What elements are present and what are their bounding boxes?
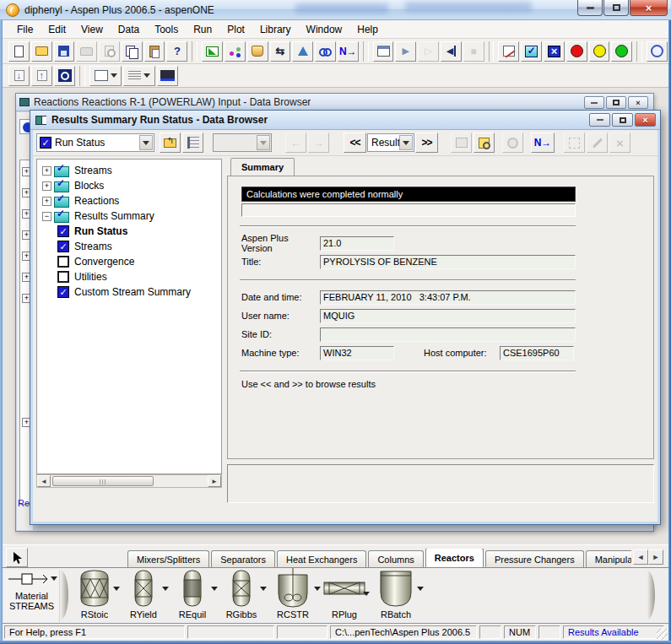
model-rstoic[interactable]: RStoic xyxy=(70,568,119,620)
tab-mixers-splitters[interactable]: Mixers/Splitters xyxy=(127,550,209,567)
open-button[interactable] xyxy=(31,41,52,62)
db-maximize-button[interactable] xyxy=(612,113,633,127)
zoom-button[interactable] xyxy=(54,66,75,86)
host-field[interactable]: CSE1695P60 xyxy=(500,346,574,360)
check-results-button[interactable] xyxy=(521,41,542,62)
stop-light-green-button[interactable] xyxy=(611,41,632,62)
gear-button[interactable] xyxy=(502,133,523,153)
control-panel-button[interactable] xyxy=(373,41,394,62)
paste-button[interactable] xyxy=(144,41,165,62)
expand-icon[interactable] xyxy=(42,181,51,191)
minimize-button[interactable] xyxy=(577,0,603,16)
next-input-button[interactable]: N xyxy=(338,41,359,62)
components-button[interactable] xyxy=(225,41,246,62)
results-combobox[interactable]: Results xyxy=(367,133,414,152)
tree-item-streams[interactable]: Streams xyxy=(37,163,221,178)
results-window-titlebar[interactable]: Results Summary Run Status - Data Browse… xyxy=(30,111,660,130)
tab-manipulators[interactable]: Manipulators xyxy=(586,550,631,567)
streams-button[interactable] xyxy=(270,41,291,62)
tabs-scroll-left-button[interactable]: ◄ xyxy=(633,549,648,565)
db-next-button[interactable]: N xyxy=(531,133,555,153)
forward-button[interactable]: → xyxy=(308,133,329,153)
scrollbar-thumb[interactable] xyxy=(52,476,154,486)
run-button[interactable] xyxy=(395,41,416,62)
comments-button[interactable] xyxy=(473,133,495,153)
stop-light-red-button[interactable] xyxy=(566,41,587,62)
model-rbatch[interactable]: RBatch xyxy=(369,568,423,620)
model-rcstr[interactable]: RCSTR xyxy=(266,568,320,620)
results-summary-window[interactable]: Results Summary Run Status - Data Browse… xyxy=(30,110,661,525)
username-field[interactable]: MQUIG xyxy=(320,309,576,323)
next-results-button[interactable]: >> xyxy=(415,133,438,153)
copy-button[interactable] xyxy=(122,41,143,62)
step-button[interactable] xyxy=(418,41,439,62)
bg-close-button[interactable]: × xyxy=(628,96,648,109)
combo-dropdown-button[interactable] xyxy=(399,135,413,150)
tab-pressure-changers[interactable]: Pressure Changers xyxy=(485,550,584,567)
algebraic-button[interactable] xyxy=(544,41,565,62)
print-button[interactable] xyxy=(76,41,97,62)
maximize-button[interactable] xyxy=(603,0,629,16)
menu-window[interactable]: Window xyxy=(299,21,350,38)
sheet-view-button[interactable] xyxy=(182,133,203,153)
tab-summary[interactable]: Summary xyxy=(230,158,295,176)
flowsheet-dropdown-button[interactable] xyxy=(89,66,122,86)
resize-grip[interactable] xyxy=(657,629,668,640)
menu-plot[interactable]: Plot xyxy=(219,21,252,38)
model-requil[interactable]: REquil xyxy=(168,568,217,620)
tree-item-utilities[interactable]: Utilities xyxy=(37,269,221,284)
reactions-button[interactable] xyxy=(292,41,313,62)
navigation-combobox[interactable]: Run Status xyxy=(36,133,154,152)
machine-field[interactable]: WIN32 xyxy=(320,346,394,360)
reconcile-button[interactable] xyxy=(498,41,519,62)
menu-data[interactable]: Data xyxy=(111,21,147,38)
grid-button[interactable] xyxy=(451,133,472,153)
menu-view[interactable]: View xyxy=(73,21,111,38)
tree-item-streams-results[interactable]: Streams xyxy=(37,239,221,254)
combo-dropdown-button[interactable] xyxy=(139,135,153,150)
setup-button[interactable] xyxy=(202,41,223,62)
reinitialize-button[interactable] xyxy=(441,41,462,62)
bg-maximize-button[interactable] xyxy=(606,96,626,109)
new-button[interactable] xyxy=(8,41,30,62)
tabs-scroll-right-button[interactable]: ► xyxy=(648,549,663,565)
bg-minimize-button[interactable] xyxy=(584,96,604,109)
new-object-button[interactable] xyxy=(564,133,585,153)
version-field[interactable]: 21.0 xyxy=(320,236,394,251)
background-window-titlebar[interactable]: Reactions Reactions R-1 (POWERLAW) Input… xyxy=(16,94,653,111)
tree-item-reactions[interactable]: Reactions xyxy=(37,193,221,208)
chevron-down-icon[interactable] xyxy=(417,587,424,591)
select-mode-button[interactable] xyxy=(6,548,28,567)
tab-separators[interactable]: Separators xyxy=(211,550,275,567)
whats-this-button[interactable] xyxy=(166,41,187,62)
import-button[interactable] xyxy=(31,66,52,86)
chevron-down-icon[interactable] xyxy=(51,576,57,581)
print-preview-button[interactable] xyxy=(99,41,120,62)
menu-file[interactable]: File xyxy=(9,21,41,38)
scroll-right-icon[interactable]: ► xyxy=(208,475,221,487)
save-button[interactable] xyxy=(54,41,75,62)
status-results-available[interactable]: Results Available xyxy=(563,625,664,639)
menu-library[interactable]: Library xyxy=(252,21,299,38)
aspen-tools-button[interactable] xyxy=(647,41,668,62)
units-combobox[interactable] xyxy=(213,133,272,152)
scroll-left-icon[interactable]: ◄ xyxy=(37,475,51,487)
back-button[interactable]: ← xyxy=(285,133,306,153)
delete-button[interactable] xyxy=(609,133,630,153)
siteid-field[interactable] xyxy=(320,327,576,342)
model-rgibbs[interactable]: RGibbs xyxy=(217,568,266,620)
combo-dropdown-button[interactable] xyxy=(257,135,270,150)
tree-item-custom-stream-summary[interactable]: Custom Stream Summary xyxy=(37,284,221,300)
close-button[interactable]: × xyxy=(630,0,668,16)
menu-tools[interactable]: Tools xyxy=(147,21,186,38)
tree-item-convergence[interactable]: Convergence xyxy=(37,254,221,269)
tree-horizontal-scrollbar[interactable]: ◄ ► xyxy=(36,474,222,488)
datetime-field[interactable]: FEBRUARY 11, 2010 3:43:07 P.M. xyxy=(320,290,576,305)
model-ryield[interactable]: RYield xyxy=(119,568,168,620)
db-close-button[interactable]: × xyxy=(635,113,656,127)
prev-results-button[interactable]: << xyxy=(344,133,366,153)
edit-button[interactable] xyxy=(587,133,608,153)
tree-item-blocks[interactable]: Blocks xyxy=(37,178,221,193)
parent-folder-button[interactable] xyxy=(160,133,181,153)
tab-reactors[interactable]: Reactors xyxy=(425,549,484,567)
